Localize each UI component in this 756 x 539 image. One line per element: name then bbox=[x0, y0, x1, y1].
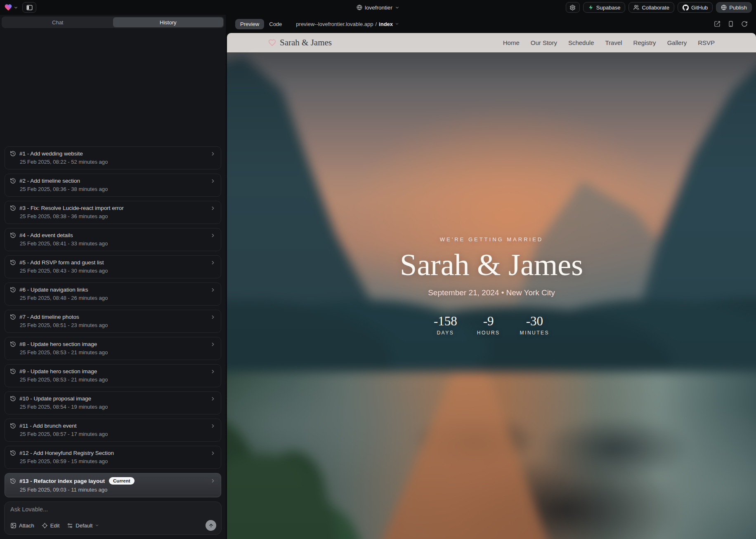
supabase-label: Supabase bbox=[596, 5, 621, 11]
globe-icon bbox=[721, 5, 727, 10]
hero-title: Sarah & James bbox=[400, 248, 583, 282]
mode-select[interactable]: Default bbox=[67, 523, 99, 529]
history-item[interactable]: #2 - Add timeline section25 Feb 2025, 08… bbox=[5, 174, 221, 197]
history-icon bbox=[10, 151, 16, 157]
attach-button[interactable]: Attach bbox=[10, 523, 34, 529]
history-item[interactable]: #9 - Update hero section image25 Feb 202… bbox=[5, 364, 221, 387]
tab-preview[interactable]: Preview bbox=[235, 19, 264, 29]
tab-chat[interactable]: Chat bbox=[2, 17, 113, 27]
site-nav-link-home[interactable]: Home bbox=[503, 39, 520, 46]
lovable-logo-menu[interactable] bbox=[4, 3, 18, 12]
history-list: #1 - Add wedding website25 Feb 2025, 08:… bbox=[0, 28, 226, 501]
site-nav-link-travel[interactable]: Travel bbox=[605, 39, 622, 46]
current-badge: Current bbox=[109, 477, 135, 485]
history-item-timestamp: 25 Feb 2025, 08:36 - 38 minutes ago bbox=[10, 186, 216, 192]
countdown: -158DAYS-9HOURS-30MINUTES bbox=[434, 314, 549, 336]
collaborate-button[interactable]: Collaborate bbox=[628, 2, 674, 13]
tab-code[interactable]: Code bbox=[264, 19, 287, 29]
history-item[interactable]: #10 - Update proposal image25 Feb 2025, … bbox=[5, 391, 221, 414]
github-button[interactable]: GitHub bbox=[678, 2, 713, 13]
history-icon bbox=[10, 450, 16, 456]
sidebar-toggle-button[interactable] bbox=[22, 2, 36, 13]
users-icon bbox=[633, 5, 639, 10]
prompt-composer: Attach Edit Default bbox=[4, 501, 222, 535]
arrow-up-icon bbox=[208, 523, 214, 528]
site-nav-link-registry[interactable]: Registry bbox=[633, 39, 656, 46]
history-item-timestamp: 25 Feb 2025, 08:22 - 52 minutes ago bbox=[10, 159, 216, 165]
history-item-title: #9 - Update hero section image bbox=[19, 368, 97, 374]
countdown-item: -9HOURS bbox=[477, 314, 500, 336]
chevron-right-icon bbox=[210, 260, 216, 266]
countdown-value: -158 bbox=[434, 314, 457, 329]
history-item[interactable]: #4 - Add event details25 Feb 2025, 08:41… bbox=[5, 228, 221, 251]
history-item-title: #3 - Fix: Resolve Lucide-react import er… bbox=[19, 205, 124, 211]
history-item-title: #1 - Add wedding website bbox=[19, 151, 83, 157]
history-item-title: #12 - Add Honeyfund Registry Section bbox=[19, 450, 114, 456]
history-item-timestamp: 25 Feb 2025, 08:53 - 21 minutes ago bbox=[10, 377, 216, 383]
mobile-view-icon[interactable] bbox=[728, 21, 734, 27]
send-button[interactable] bbox=[206, 520, 216, 531]
history-item-title: #11 - Add brunch event bbox=[19, 423, 77, 429]
chevron-right-icon bbox=[210, 478, 216, 484]
history-item[interactable]: #13 - Refactor index page layoutCurrent2… bbox=[5, 473, 221, 497]
chat-history-sidebar: Chat History #1 - Add wedding website25 … bbox=[0, 15, 226, 539]
countdown-value: -30 bbox=[526, 314, 543, 329]
countdown-label: MINUTES bbox=[520, 330, 550, 336]
history-item-title: #4 - Add event details bbox=[19, 232, 73, 238]
history-item[interactable]: #8 - Update hero section image25 Feb 202… bbox=[5, 337, 221, 360]
lovable-heart-logo-icon bbox=[4, 3, 12, 12]
history-item[interactable]: #5 - Add RSVP form and guest list25 Feb … bbox=[5, 255, 221, 278]
chevron-right-icon bbox=[210, 369, 216, 374]
history-item[interactable]: #1 - Add wedding website25 Feb 2025, 08:… bbox=[5, 146, 221, 169]
hero-section: WE'RE GETTING MARRIED Sarah & James Sept… bbox=[227, 33, 756, 539]
site-logo[interactable]: Sarah & James bbox=[268, 38, 332, 48]
history-icon bbox=[10, 395, 16, 402]
project-name[interactable]: lovefrontier bbox=[365, 5, 392, 11]
site-nav-link-schedule[interactable]: Schedule bbox=[568, 39, 594, 46]
site-logo-text: Sarah & James bbox=[280, 38, 332, 48]
countdown-label: DAYS bbox=[437, 330, 454, 336]
tab-history[interactable]: History bbox=[113, 17, 224, 27]
globe-icon bbox=[357, 5, 362, 10]
history-item[interactable]: #7 - Add timeline photos25 Feb 2025, 08:… bbox=[5, 310, 221, 333]
history-item-timestamp: 25 Feb 2025, 09:03 - 11 minutes ago bbox=[10, 487, 216, 493]
edit-button[interactable]: Edit bbox=[42, 523, 59, 529]
countdown-item: -158DAYS bbox=[434, 314, 457, 336]
history-icon bbox=[10, 232, 16, 238]
edit-label: Edit bbox=[50, 523, 59, 529]
supabase-button[interactable]: Supabase bbox=[583, 2, 626, 13]
preview-url[interactable]: preview--lovefrontier.lovable.app / inde… bbox=[296, 21, 399, 27]
edit-target-icon bbox=[42, 523, 48, 529]
site-nav-link-rsvp[interactable]: RSVP bbox=[698, 39, 715, 46]
site-nav-link-gallery[interactable]: Gallery bbox=[667, 39, 687, 46]
history-item-title: #10 - Update proposal image bbox=[19, 395, 91, 402]
history-item[interactable]: #3 - Fix: Resolve Lucide-react import er… bbox=[5, 201, 221, 224]
chevron-right-icon bbox=[210, 151, 216, 157]
history-item-title: #5 - Add RSVP form and guest list bbox=[19, 259, 104, 266]
settings-button[interactable] bbox=[566, 2, 580, 13]
chevron-right-icon bbox=[210, 396, 216, 402]
app-topbar: lovefrontier Supabase Collaborate bbox=[0, 0, 756, 15]
prompt-input[interactable] bbox=[10, 506, 216, 516]
preview-toolbar: Preview Code preview--lovefrontier.lovab… bbox=[227, 15, 756, 33]
site-nav-link-our-story[interactable]: Our Story bbox=[531, 39, 557, 46]
countdown-value: -9 bbox=[483, 314, 494, 329]
history-item[interactable]: #12 - Add Honeyfund Registry Section25 F… bbox=[5, 446, 221, 469]
history-item[interactable]: #6 - Update navigation links25 Feb 2025,… bbox=[5, 282, 221, 306]
site-preview-frame: Sarah & James HomeOur StoryScheduleTrave… bbox=[227, 33, 756, 539]
history-icon bbox=[10, 205, 16, 211]
hero-subtitle: September 21, 2024 • New York City bbox=[428, 288, 555, 297]
chevron-down-icon[interactable] bbox=[395, 5, 399, 10]
site-nav: HomeOur StoryScheduleTravelRegistryGalle… bbox=[503, 39, 715, 46]
history-icon bbox=[10, 178, 16, 184]
publish-button[interactable]: Publish bbox=[716, 2, 752, 13]
sliders-icon bbox=[67, 523, 73, 529]
history-icon bbox=[10, 478, 16, 484]
url-separator: / bbox=[375, 21, 377, 27]
url-host: preview--lovefrontier.lovable.app bbox=[296, 21, 373, 27]
chevron-down-icon bbox=[14, 5, 18, 10]
refresh-icon[interactable] bbox=[741, 21, 748, 27]
open-external-icon[interactable] bbox=[714, 21, 721, 27]
history-item[interactable]: #11 - Add brunch event25 Feb 2025, 08:57… bbox=[5, 419, 221, 442]
publish-label: Publish bbox=[729, 5, 747, 11]
